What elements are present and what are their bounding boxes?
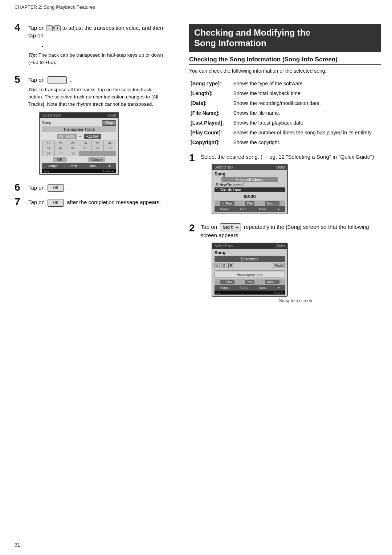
step-5: 5 Tap on . Tip: To transpose all the tra…: [15, 76, 167, 178]
r2-part-btn[interactable]: Part: [245, 280, 255, 284]
step-5-tb-right: Quiet: [107, 113, 116, 117]
r1-trans-tab[interactable]: Trans.: [257, 207, 269, 211]
chapter-label: CHAPTER 2: Song Playback Features: [15, 4, 95, 10]
info-val-last-played: Shows the latest playback date.: [232, 118, 380, 127]
step-5-song-row: Song Stop: [42, 120, 116, 126]
step-5-stop-btn[interactable]: Stop: [102, 120, 116, 126]
r2-trans-tab[interactable]: Trans.: [257, 285, 269, 290]
right-step-2-body: Song Ensemble L C R Pedal Accompaniment: [212, 249, 287, 296]
minus-icon[interactable]: −: [46, 25, 53, 31]
r2-circle-tab[interactable]: ●: [276, 285, 281, 290]
step-5-song-label: Song: [42, 121, 52, 125]
step-5-all-tracks: All Tracks: [57, 134, 77, 139]
right-step-2-number: 2: [189, 223, 199, 303]
step-6-title: Tap on OK .: [28, 184, 167, 192]
grid-cell-15: 15: [55, 151, 67, 156]
step-5-title: Tap on .: [28, 76, 167, 84]
info-val-play-count: Shows the number of times the song has p…: [232, 128, 380, 137]
step-5-number: 5: [15, 74, 25, 178]
plus-icon[interactable]: +: [54, 25, 61, 31]
r2-next-btn[interactable]: Next →: [265, 280, 279, 284]
r2-spacer: [235, 263, 272, 268]
r1-song-label: Song: [215, 171, 285, 177]
right-step-2-text: Tap on Next → repeatedly in the [Song] s…: [201, 223, 380, 240]
r1-func-tab[interactable]: Func.: [238, 207, 250, 211]
grid-cell-16: 16: [67, 151, 79, 156]
r2-prev-btn[interactable]: ← Prev: [220, 280, 234, 284]
step-5-trans-btn[interactable]: Trans.: [87, 164, 99, 168]
step-5-key-btn: +12 key: [84, 134, 101, 139]
r2-part-L: L: [215, 263, 220, 268]
r1-prev-btn[interactable]: ← Prev: [220, 201, 234, 206]
sub-heading: Checking the Song Information (Song-Info…: [189, 56, 381, 65]
grid-cell-07: 07: [104, 141, 116, 146]
step-7-ok-btn[interactable]: OK: [48, 199, 64, 207]
r1-list-item-2: 1 Clair de Lune: [215, 187, 285, 192]
step-4-tip-text: The track can be transposed in half-step…: [28, 52, 163, 65]
intro-text: You can check the following information …: [189, 67, 381, 75]
grid-cell-12: 12: [91, 146, 103, 151]
grid-cell-08b: 08: [55, 146, 67, 151]
r1-next-btn[interactable]: Next →: [265, 201, 279, 206]
r1-tab-bar: Tempo Func. Trans. ●: [215, 206, 285, 212]
step-6-number: 6: [15, 182, 25, 194]
r2-accompaniment: Accompaniment: [215, 272, 285, 278]
step-5-circle-btn[interactable]: ●: [107, 164, 112, 168]
step-6-ok-btn[interactable]: OK: [48, 184, 64, 192]
step-5-screen-body: Song Stop Transpose Track All Tracks → +…: [40, 118, 118, 174]
step-5-arrow: →: [78, 134, 82, 139]
step-5-title-prefix: Tap on: [28, 77, 45, 83]
right-step-2-content: Tap on Next → repeatedly in the [Song] s…: [201, 223, 380, 303]
r2-part-C: C: [221, 263, 227, 268]
step-5-tb-left: SelectTrack: [42, 113, 61, 117]
r2-status-left: ♩♩♩: [216, 291, 220, 294]
grid-cell-11: 11: [79, 146, 91, 151]
r1-circle-tab[interactable]: ●: [276, 207, 281, 211]
info-val-length: Shows the total playback time.: [232, 89, 380, 98]
step-5-grid: 01 T2 03 04 05 07 08 08 09 11 12 13: [42, 141, 116, 156]
step-5-track-row: All Tracks → +12 key: [42, 134, 116, 139]
info-row-song-type: [Song Type]: Shows the type of the softw…: [190, 79, 380, 88]
step-5-bottom-bar: Tempo Track Trans. ●: [42, 163, 116, 169]
step-5-tempo-btn[interactable]: Tempo: [46, 164, 59, 168]
step-5-title-bar: SelectTrack Quiet: [40, 113, 118, 118]
r2-ensemble-bar: Ensemble: [215, 256, 285, 262]
r1-library-label: Playnsoft Library: [221, 177, 278, 182]
info-row-copyright: [Copyright]: Shows the copyright.: [190, 138, 380, 147]
info-val-date: Shows the recording/modification date.: [232, 99, 380, 108]
step-5-cancel-btn[interactable]: Cancel: [88, 157, 105, 162]
r1-title-btn[interactable]: Title: [245, 201, 255, 206]
right-step-2-screen: SelectTrack Quiet Song Ensemble L C R Pe…: [212, 243, 288, 297]
step-5-ok-btn[interactable]: OK: [53, 157, 67, 162]
right-column: Checking and Modifying the Song Informat…: [178, 20, 392, 307]
r1-tb-right: Quiet: [276, 165, 285, 169]
r1-list-item-1: 5 NewPro demo2: [215, 183, 285, 187]
section-heading: Checking and Modifying the Song Informat…: [194, 28, 376, 49]
step-5-content: Tap on . Tip: To transpose all the track…: [28, 76, 167, 178]
step-5-track-btn[interactable]: Track: [68, 164, 78, 168]
step-6-content: Tap on OK .: [28, 184, 167, 194]
r1-item2-num: 1: [216, 188, 218, 192]
step-4-number: 4: [15, 23, 25, 70]
r2-func-tab[interactable]: Func.: [238, 285, 250, 290]
info-key-length: [Length]:: [190, 89, 232, 98]
step-4-dot: .: [41, 40, 167, 49]
grid-cell-09: 09: [67, 146, 79, 151]
r2-status-right: A♭3♩♩♩: [274, 291, 283, 294]
info-val-song-type: Shows the type of the software.: [232, 79, 380, 88]
step-7: 7 Tap on OK after the completion message…: [15, 198, 167, 208]
right-step-1-body: Song Playnsoft Library 5 NewPro demo2 1 …: [212, 170, 287, 214]
r1-tempo-tab[interactable]: Tempo: [218, 207, 231, 211]
step-5-tip-text: To transpose all the tracks, tap on the …: [28, 87, 158, 107]
step-5-ok-cancel-row: OK Cancel: [42, 157, 116, 162]
r2-next-btn[interactable]: Next →: [220, 223, 241, 231]
info-val-filename: Shows the file name.: [232, 109, 380, 118]
right-step-1-number: 1: [189, 153, 199, 218]
step-6: 6 Tap on OK .: [15, 184, 167, 194]
r2-tempo-tab[interactable]: Tempo: [218, 285, 231, 290]
right-step-1-title-bar: SelectTrack Quiet: [212, 165, 287, 170]
r1-item2-name: Clair de Lune: [220, 188, 241, 192]
step-5-dummy-btn: [48, 76, 66, 84]
r1-time-display: 00:00: [215, 194, 285, 199]
info-key-play-count: [Play Count]:: [190, 128, 232, 137]
